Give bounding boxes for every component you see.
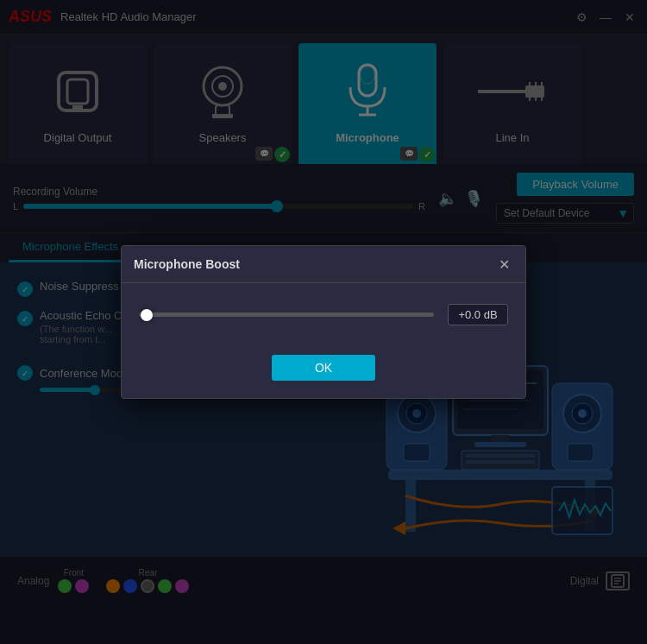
boost-row: +0.0 dB	[139, 304, 508, 325]
modal-header: Microphone Boost ✕	[122, 246, 525, 283]
modal-close-button[interactable]: ✕	[494, 255, 513, 274]
modal-title: Microphone Boost	[134, 257, 240, 271]
microphone-boost-dialog: Microphone Boost ✕ +0.0 dB OK	[121, 245, 526, 399]
boost-slider-track[interactable]	[139, 313, 434, 317]
modal-footer: OK	[122, 346, 525, 398]
boost-value-display: +0.0 dB	[448, 304, 508, 325]
modal-body: +0.0 dB	[122, 283, 525, 346]
boost-slider-thumb[interactable]	[141, 309, 153, 321]
ok-button[interactable]: OK	[272, 355, 375, 381]
modal-overlay: Microphone Boost ✕ +0.0 dB OK	[0, 0, 647, 644]
